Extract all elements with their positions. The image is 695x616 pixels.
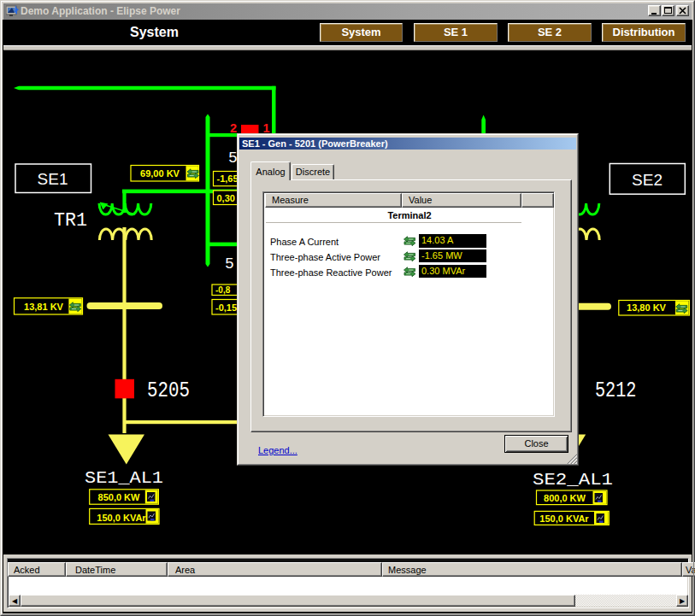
- svg-text:-0,15: -0,15: [215, 302, 237, 313]
- svg-text:5205: 5205: [147, 378, 190, 403]
- svg-text:-1,65: -1,65: [217, 173, 239, 184]
- svg-text:SE2: SE2: [632, 171, 663, 189]
- svg-text:TR1: TR1: [54, 210, 87, 232]
- svg-text:-0,8: -0,8: [215, 285, 231, 295]
- svg-text:13,80 KV: 13,80 KV: [627, 302, 667, 313]
- svg-text:69,00 KV: 69,00 KV: [140, 168, 180, 179]
- svg-text:SE1_AL1: SE1_AL1: [85, 468, 163, 488]
- svg-text:SE1: SE1: [38, 170, 68, 188]
- svg-text:850,0 KW: 850,0 KW: [98, 492, 141, 502]
- svg-text:150,0 KVAr: 150,0 KVAr: [97, 513, 146, 523]
- svg-text:150,0 KVAr: 150,0 KVAr: [539, 513, 589, 524]
- svg-text:800,0 KW: 800,0 KW: [544, 493, 586, 503]
- svg-text:5: 5: [225, 255, 234, 273]
- svg-text:13,81 KV: 13,81 KV: [24, 302, 64, 312]
- svg-text:2: 2: [230, 121, 237, 135]
- svg-text:5212: 5212: [595, 378, 637, 403]
- svg-text:SE2_AL1: SE2_AL1: [533, 470, 613, 490]
